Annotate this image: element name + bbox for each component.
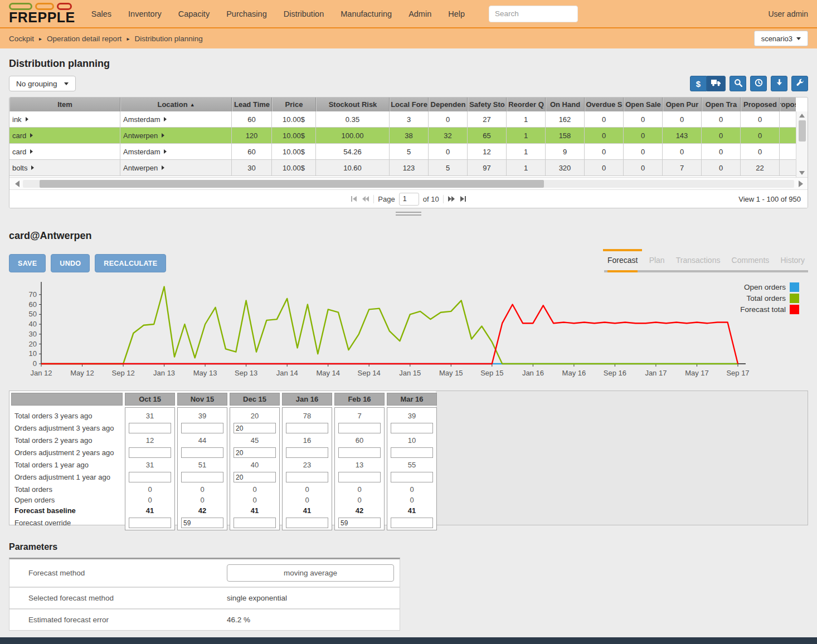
forecast-input[interactable] xyxy=(234,472,276,482)
forecast-input[interactable] xyxy=(234,423,276,433)
recalculate-button[interactable]: RECALCULATE xyxy=(95,254,166,272)
item-cell[interactable]: ink xyxy=(9,111,120,127)
column-header-safety-sto[interactable]: Safety Sto xyxy=(468,97,507,111)
forecast-input[interactable] xyxy=(338,423,381,433)
first-page-icon[interactable] xyxy=(351,196,358,202)
forecast-input[interactable] xyxy=(338,472,381,482)
horizontal-scrollbar[interactable] xyxy=(9,177,808,189)
forecast-input[interactable] xyxy=(391,472,433,482)
forecast-input[interactable] xyxy=(129,472,171,482)
menu-item-inventory[interactable]: Inventory xyxy=(120,5,170,23)
horizontal-scroll-thumb[interactable] xyxy=(40,180,544,188)
forecast-input[interactable] xyxy=(181,472,223,482)
column-header-open-tra[interactable]: Open Tra xyxy=(702,97,741,111)
forecast-input[interactable] xyxy=(234,447,276,458)
forecast-input[interactable] xyxy=(391,447,433,458)
horizontal-scroll-track[interactable] xyxy=(23,180,794,188)
item-cell[interactable]: bolts xyxy=(9,160,120,175)
location-drilldown-icon[interactable] xyxy=(162,165,164,170)
scroll-down-icon[interactable] xyxy=(799,171,805,175)
forecast-input[interactable] xyxy=(286,518,328,528)
forecast-input[interactable] xyxy=(286,423,328,433)
item-drilldown-icon[interactable] xyxy=(30,149,33,154)
vertical-scroll-thumb[interactable] xyxy=(799,120,806,142)
page-number-input[interactable] xyxy=(399,193,419,206)
scroll-left-icon[interactable] xyxy=(15,180,20,187)
location-cell[interactable]: Antwerpen xyxy=(120,160,232,175)
export-button[interactable] xyxy=(771,76,787,91)
undo-button[interactable]: UNDO xyxy=(51,254,90,272)
tab-history[interactable]: History xyxy=(780,256,805,272)
column-header-open-sale[interactable]: Open Sale xyxy=(624,97,663,111)
forecast-input[interactable] xyxy=(129,447,171,458)
forecast-input[interactable] xyxy=(338,518,381,528)
tab-forecast[interactable]: Forecast xyxy=(607,256,638,272)
currency-button[interactable]: $ xyxy=(690,76,707,91)
next-page-icon[interactable] xyxy=(448,196,455,202)
item-cell[interactable]: card xyxy=(9,128,120,143)
column-header-dependen[interactable]: Dependen xyxy=(429,97,468,111)
breadcrumb-item[interactable]: Operation detail report xyxy=(47,35,121,43)
table-row[interactable]: cardAmsterdam6010.00$54.2650121900000 xyxy=(9,144,796,160)
search-input[interactable] xyxy=(489,6,578,22)
menu-item-help[interactable]: Help xyxy=(440,5,473,23)
grouping-dropdown[interactable]: No grouping xyxy=(9,76,76,91)
save-button[interactable]: SAVE xyxy=(9,254,46,272)
column-header-on-hand[interactable]: On Hand xyxy=(546,97,585,111)
vertical-scrollbar[interactable] xyxy=(796,111,808,177)
forecast-method-button[interactable]: moving average xyxy=(227,564,394,582)
forecast-input[interactable] xyxy=(391,518,433,528)
table-row[interactable]: boltsAntwerpen3010.00$10.601235971320007… xyxy=(9,160,796,176)
item-drilldown-icon[interactable] xyxy=(26,117,28,121)
search-button[interactable] xyxy=(730,76,746,91)
forecast-input[interactable] xyxy=(286,472,328,482)
location-cell[interactable]: Amsterdam xyxy=(120,144,232,159)
column-header-stockout-risk[interactable]: Stockout Risk xyxy=(316,97,390,111)
forecast-input[interactable] xyxy=(286,447,328,458)
column-header-location[interactable]: Location▲ xyxy=(120,97,232,111)
location-drilldown-icon[interactable] xyxy=(164,117,167,121)
menu-item-distribution[interactable]: Distribution xyxy=(275,5,333,23)
scroll-right-icon[interactable] xyxy=(799,180,803,187)
column-header-item[interactable]: Item xyxy=(9,97,120,111)
menu-item-admin[interactable]: Admin xyxy=(400,5,440,23)
forecast-input[interactable] xyxy=(338,447,381,458)
user-menu[interactable]: User admin xyxy=(768,9,808,18)
customize-button[interactable] xyxy=(791,76,808,91)
forecast-input[interactable] xyxy=(181,518,223,528)
column-header-open-pur[interactable]: Open Pur xyxy=(663,97,702,111)
breadcrumb-item[interactable]: Distribution planning xyxy=(134,35,202,43)
item-drilldown-icon[interactable] xyxy=(30,133,33,138)
menu-item-sales[interactable]: Sales xyxy=(83,5,120,23)
item-drilldown-icon[interactable] xyxy=(31,165,34,170)
column-header-propose[interactable]: Propose xyxy=(780,97,796,111)
location-cell[interactable]: Amsterdam xyxy=(120,111,232,127)
column-header-lead-time[interactable]: Lead Time xyxy=(232,97,272,111)
item-cell[interactable]: card xyxy=(9,144,120,159)
frepple-logo[interactable]: FREPPLE xyxy=(9,3,75,25)
menu-item-manufacturing[interactable]: Manufacturing xyxy=(332,5,400,23)
location-drilldown-icon[interactable] xyxy=(164,149,167,154)
tab-plan[interactable]: Plan xyxy=(649,256,665,272)
location-cell[interactable]: Antwerpen xyxy=(120,128,232,143)
forecast-input[interactable] xyxy=(181,423,223,433)
panel-resize-handle[interactable] xyxy=(396,212,421,216)
menu-item-capacity[interactable]: Capacity xyxy=(170,5,218,23)
menu-item-purchasing[interactable]: Purchasing xyxy=(218,5,275,23)
time-buckets-button[interactable] xyxy=(750,76,767,91)
last-page-icon[interactable] xyxy=(459,196,466,202)
column-header-overdue-s[interactable]: Overdue S xyxy=(585,97,624,111)
column-header-reorder-q[interactable]: Reorder Q xyxy=(507,97,546,111)
breadcrumb-item[interactable]: Cockpit xyxy=(9,35,34,43)
scenario-selector[interactable]: scenario3 xyxy=(754,31,808,46)
prev-page-icon[interactable] xyxy=(362,196,369,202)
column-header-price[interactable]: Price xyxy=(272,97,316,111)
forecast-input[interactable] xyxy=(391,423,433,433)
forecast-input[interactable] xyxy=(181,447,223,458)
table-row[interactable]: inkAmsterdam6010.00$0.353027116200000 xyxy=(9,111,796,128)
column-header-proposed[interactable]: Proposed xyxy=(741,97,780,111)
forecast-input[interactable] xyxy=(129,518,171,528)
forecast-input[interactable] xyxy=(234,518,276,528)
table-row[interactable]: cardAntwerpen12010.00$100.00383265115800… xyxy=(9,128,796,144)
tab-transactions[interactable]: Transactions xyxy=(676,256,721,272)
